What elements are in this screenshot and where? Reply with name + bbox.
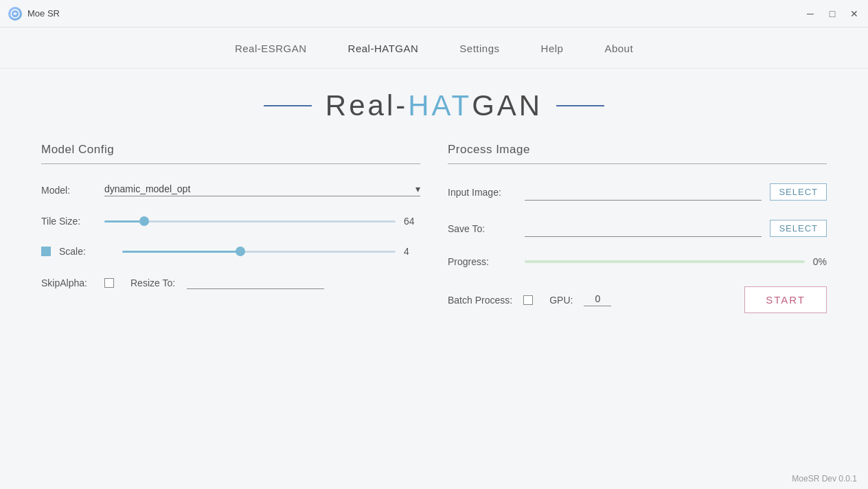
maximize-button[interactable]: □: [827, 8, 838, 19]
app-icon: [8, 7, 22, 21]
batch-process-checkbox[interactable]: [523, 295, 533, 305]
title-highlight: HAT: [408, 89, 472, 122]
dropdown-arrow-icon: ▾: [415, 183, 420, 194]
tile-size-label: Tile Size:: [41, 216, 96, 227]
model-dropdown[interactable]: dynamic_model_opt: [104, 183, 415, 194]
save-to-label: Save To:: [448, 223, 516, 234]
titlebar: Moe SR ─ □ ✕: [0, 0, 868, 27]
progress-row: Progress: 0%: [448, 256, 827, 267]
titlebar-left: Moe SR: [8, 7, 60, 21]
model-config-header: Model Config: [41, 143, 420, 164]
nav-help[interactable]: Help: [541, 40, 564, 57]
tile-size-slider-container: 64: [104, 216, 420, 227]
nav-about[interactable]: About: [604, 40, 633, 57]
skip-alpha-label: SkipAlpha:: [41, 277, 96, 288]
page-title-container: Real-HATGAN: [41, 89, 827, 122]
skip-alpha-checkbox[interactable]: [104, 278, 114, 288]
model-config-panel: Model Config Model: dynamic_model_opt ▾ …: [41, 143, 420, 313]
title-line-left: [264, 105, 312, 106]
tile-size-slider[interactable]: [104, 220, 396, 223]
window-controls: ─ □ ✕: [805, 8, 860, 19]
content-columns: Model Config Model: dynamic_model_opt ▾ …: [41, 143, 827, 313]
nav-real-esrgan[interactable]: Real-ESRGAN: [235, 40, 307, 57]
resize-to-label: Resize To:: [130, 277, 179, 288]
gpu-label: GPU:: [549, 295, 573, 306]
resize-to-input[interactable]: [187, 276, 324, 289]
nav-settings[interactable]: Settings: [459, 40, 499, 57]
scale-slider-container: 4: [122, 246, 420, 257]
input-image-field[interactable]: [525, 184, 762, 201]
gpu-input[interactable]: [584, 293, 611, 306]
progress-value: 0%: [813, 256, 827, 267]
progress-label: Progress:: [448, 256, 516, 267]
scale-row: Scale: 4: [41, 246, 420, 257]
minimize-button[interactable]: ─: [805, 8, 816, 19]
model-label: Model:: [41, 185, 96, 196]
scale-checkbox[interactable]: [41, 247, 51, 256]
process-image-panel: Process Image Input Image: SELECT Save T…: [448, 143, 827, 313]
close-button[interactable]: ✕: [849, 8, 860, 19]
model-select-wrapper: dynamic_model_opt ▾: [104, 183, 420, 196]
batch-gpu-row: Batch Process: GPU: START: [448, 286, 827, 313]
progress-bar-background: [525, 260, 805, 263]
page-title: Real-HATGAN: [326, 89, 542, 122]
main-content: Real-HATGAN Model Config Model: dynamic_…: [0, 69, 868, 327]
batch-process-label: Batch Process:: [448, 295, 512, 306]
nav-real-hatgan[interactable]: Real-HATGAN: [348, 40, 419, 57]
version-text: MoeSR Dev 0.0.1: [792, 474, 857, 484]
model-row: Model: dynamic_model_opt ▾: [41, 183, 420, 196]
title-suffix: GAN: [472, 89, 542, 122]
scale-label: Scale:: [59, 246, 114, 257]
input-image-label: Input Image:: [448, 187, 516, 198]
select-save-button[interactable]: SELECT: [770, 220, 827, 237]
input-image-row: Input Image: SELECT: [448, 183, 827, 201]
navbar: Real-ESRGAN Real-HATGAN Settings Help Ab…: [0, 27, 868, 69]
title-line-right: [556, 105, 604, 106]
tile-size-value: 64: [404, 216, 420, 227]
save-to-field[interactable]: [525, 220, 762, 237]
process-image-header: Process Image: [448, 143, 827, 164]
save-to-row: Save To: SELECT: [448, 220, 827, 237]
start-button[interactable]: START: [744, 286, 827, 313]
skip-resize-row: SkipAlpha: Resize To:: [41, 276, 420, 289]
scale-value: 4: [404, 246, 420, 257]
select-input-button[interactable]: SELECT: [770, 183, 827, 201]
title-prefix: Real-: [326, 89, 408, 122]
scale-slider[interactable]: [122, 251, 396, 253]
tile-size-row: Tile Size: 64: [41, 216, 420, 227]
app-title: Moe SR: [27, 8, 60, 19]
